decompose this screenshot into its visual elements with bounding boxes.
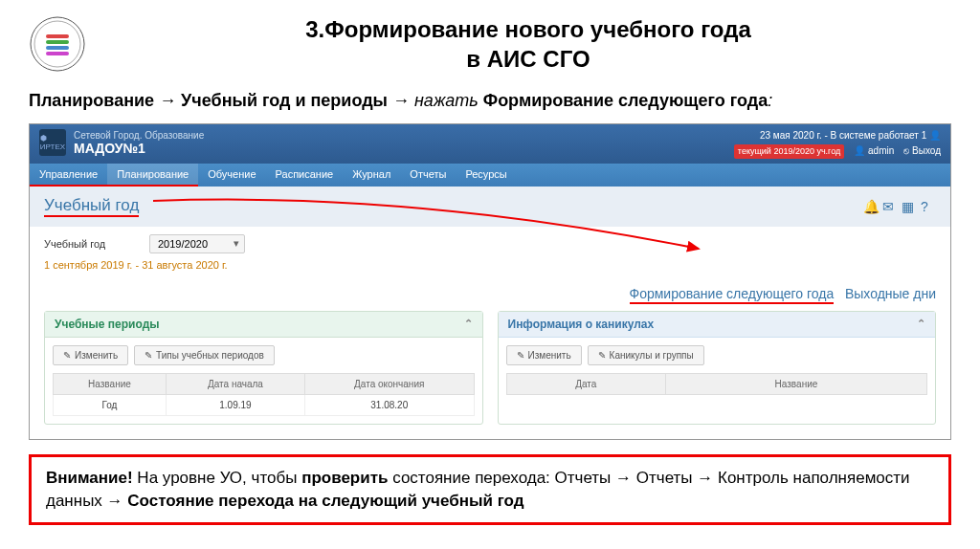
svg-rect-4 — [46, 46, 69, 50]
menu-management[interactable]: Управление — [30, 164, 107, 187]
year-select[interactable]: 2019/2020 — [149, 234, 245, 253]
col-name: Название — [665, 373, 926, 394]
title-line2: в АИС СГО — [466, 46, 590, 72]
date-range-text: 1 сентября 2019 г. - 31 августа 2020 г. — [44, 259, 936, 271]
svg-rect-5 — [46, 52, 69, 55]
date-status: 23 мая 2020 г. - В системе работает 1 — [760, 130, 926, 141]
period-types-button[interactable]: Типы учебных периодов — [134, 345, 275, 365]
holidays-table: Дата Название — [506, 373, 928, 395]
page-actions: Формирование следующего года Выходные дн… — [30, 278, 950, 311]
menu-planning[interactable]: Планирование — [107, 164, 198, 187]
system-label: Сетевой Город. Образование — [74, 130, 204, 141]
user-count-icon: 👤 — [929, 130, 941, 141]
board-icon[interactable]: ▦ — [902, 199, 917, 214]
app-screenshot: ⬢ИРТЕХ Сетевой Город. Образование МАДОУ№… — [29, 123, 951, 440]
help-icon[interactable]: ? — [921, 199, 936, 214]
collapse-icon[interactable]: ⌃ — [464, 318, 473, 330]
form-next-year-link[interactable]: Формирование следующего года — [630, 286, 835, 304]
svg-rect-3 — [46, 40, 69, 44]
col-date: Дата — [506, 373, 665, 394]
col-name: Название — [54, 373, 167, 394]
panel-title: Информация о каникулах — [508, 318, 655, 331]
instruction-text: Планирование → Учебный год и периоды → н… — [0, 83, 980, 119]
panel-title: Учебные периоды — [55, 318, 160, 331]
title-line1: 3.Формирование нового учебного года — [305, 16, 751, 42]
irtex-logo-icon: ⬢ИРТЕХ — [39, 129, 66, 156]
holidays-panel: Информация о каникулах ⌃ Изменить Канику… — [498, 311, 937, 425]
exit-link[interactable]: ⎋ Выход — [903, 144, 941, 159]
main-menu: Управление Планирование Обучение Расписа… — [30, 164, 950, 187]
content-area: Учебный год 2019/2020 1 сентября 2019 г.… — [30, 227, 950, 278]
menu-schedule[interactable]: Расписание — [266, 164, 344, 187]
study-periods-panel: Учебные периоды ⌃ Изменить Типы учебных … — [44, 311, 483, 425]
table-row: Год 1.09.19 31.08.20 — [54, 394, 475, 415]
institute-logo-icon — [29, 15, 86, 73]
slide-title: 3.Формирование нового учебного года в АИ… — [105, 14, 951, 74]
year-field-label: Учебный год — [44, 238, 130, 250]
menu-journal[interactable]: Журнал — [343, 164, 400, 187]
collapse-icon[interactable]: ⌃ — [917, 318, 925, 330]
page-header: Учебный год 🔔 ✉ ▦ ? — [30, 187, 950, 227]
warning-box: Внимание! На уровне УО, чтобы проверить … — [29, 454, 951, 525]
weekends-link[interactable]: Выходные дни — [845, 286, 936, 301]
year-badge: текущий 2019/2020 уч.год — [734, 144, 844, 159]
page-title: Учебный год — [44, 196, 139, 217]
edit-button[interactable]: Изменить — [53, 345, 128, 365]
org-name: МАДОУ№1 — [74, 141, 204, 156]
menu-resources[interactable]: Ресурсы — [456, 164, 516, 187]
menu-reports[interactable]: Отчеты — [400, 164, 456, 187]
periods-table: Название Дата начала Дата окончания Год … — [53, 373, 475, 416]
holidays-groups-button[interactable]: Каникулы и группы — [588, 345, 704, 365]
edit-button[interactable]: Изменить — [506, 345, 582, 365]
slide-header: 3.Формирование нового учебного года в АИ… — [0, 0, 980, 83]
menu-education[interactable]: Обучение — [198, 164, 265, 187]
col-start: Дата начала — [166, 373, 304, 394]
col-end: Дата окончания — [304, 373, 474, 394]
user-link[interactable]: 👤 admin — [854, 144, 894, 159]
svg-rect-2 — [46, 34, 69, 38]
notify-icon[interactable]: 🔔 — [863, 199, 879, 214]
mail-icon[interactable]: ✉ — [882, 199, 898, 214]
app-topbar: ⬢ИРТЕХ Сетевой Город. Образование МАДОУ№… — [30, 124, 950, 164]
